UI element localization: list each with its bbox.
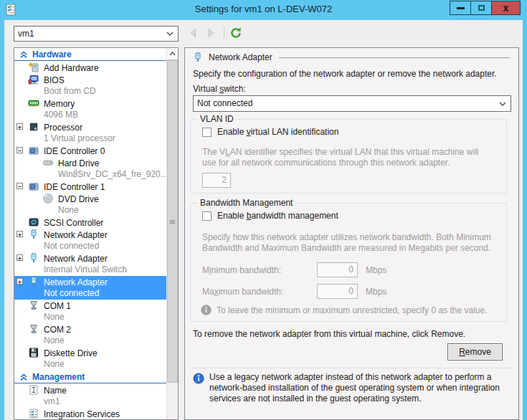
sidebar-item-sublabel: Not connected	[14, 288, 166, 300]
enable-bandwidth-checkbox[interactable]: Enable bandwidth management	[202, 211, 338, 221]
bandwidth-note: To leave the minimum or maximum unrestri…	[201, 305, 487, 315]
sidebar-item-ide-controller-1[interactable]: −IDE Controller 1	[14, 181, 166, 193]
expand-icon[interactable]: +	[16, 231, 23, 237]
minimum-bandwidth-label: Minimum bandwidth:	[202, 265, 281, 275]
sidebar-scrollbar[interactable]	[166, 48, 178, 419]
hardware-tree: HardwareAdd HardwareBIOSBoot from CDMemo…	[14, 48, 166, 419]
sidebar-item-name[interactable]: Name	[14, 384, 166, 396]
sidebar-item-network-adapter[interactable]: +Network Adapter	[14, 276, 166, 288]
sidebar-item-label: COM 1	[44, 301, 71, 311]
minimize-button[interactable]	[450, 1, 471, 15]
expand-icon[interactable]: +	[16, 278, 23, 285]
info-icon	[193, 373, 204, 384]
maximum-bandwidth-input: 0	[317, 284, 358, 299]
enable-vlan-checkbox[interactable]: Enable virtual LAN identification	[202, 127, 338, 137]
network-adapter-icon	[192, 52, 204, 63]
close-button[interactable]: x	[491, 1, 521, 15]
sidebar-item-label: DVD Drive	[58, 194, 99, 204]
dvd-drive-icon	[42, 193, 54, 204]
sidebar-item-scsi-controller[interactable]: SCSI Controller	[14, 216, 166, 229]
collapse-section-icon[interactable]	[19, 50, 28, 59]
sidebar-item-processor[interactable]: +Processor	[14, 121, 166, 133]
collapse-icon[interactable]: −	[16, 183, 23, 189]
section-label: Hardware	[32, 49, 72, 59]
refresh-button[interactable]	[229, 27, 242, 39]
sidebar-item-network-adapter[interactable]: +Network Adapter	[14, 229, 166, 241]
sidebar-item-label: Memory	[44, 99, 75, 109]
ide-controller-icon	[28, 181, 39, 192]
collapse-icon[interactable]: −	[16, 147, 23, 153]
toolbar-separator	[224, 27, 224, 39]
legacy-note-text: Use a legacy network adapter instead of …	[209, 372, 505, 404]
sidebar-item-label: Processor	[44, 123, 82, 133]
remove-hint: To remove the network adapter from this …	[193, 329, 465, 339]
expand-icon[interactable]: +	[16, 254, 23, 261]
network-adapter-icon	[28, 276, 39, 287]
info-icon	[201, 305, 212, 315]
sidebar-item-bios[interactable]: BIOS	[14, 74, 166, 86]
legacy-note: Use a legacy network adapter instead of …	[193, 372, 505, 404]
chevron-down-icon	[166, 32, 174, 36]
scrollbar-thumb[interactable]	[167, 60, 178, 383]
checkbox-icon[interactable]	[202, 128, 212, 137]
section-header-hardware[interactable]: Hardware	[14, 48, 166, 61]
sidebar-item-network-adapter[interactable]: +Network Adapter	[14, 252, 166, 264]
sidebar-item-sublabel: None	[14, 359, 166, 371]
scsi-controller-icon	[28, 216, 39, 228]
sidebar-item-memory[interactable]: Memory	[14, 97, 166, 110]
sidebar-item-sublabel: Not connected	[14, 241, 166, 252]
sidebar-item-label: Diskette Drive	[44, 348, 98, 358]
sidebar-item-com-2[interactable]: COM 2	[14, 323, 166, 335]
sidebar-item-hard-drive[interactable]: Hard Drive	[14, 157, 166, 169]
sidebar-item-ide-controller-0[interactable]: −IDE Controller 0	[14, 145, 166, 157]
maximize-icon	[478, 5, 485, 11]
sidebar-item-sublabel: None	[14, 205, 166, 216]
checkbox-icon[interactable]	[202, 211, 212, 221]
close-icon: x	[503, 3, 509, 13]
sidebar-item-sublabel: Boot from CD	[14, 86, 166, 97]
sidebar-item-label: Network Adapter	[44, 254, 108, 264]
toolbar: vm1	[4, 20, 523, 47]
sidebar-item-label: IDE Controller 1	[44, 182, 105, 192]
collapse-section-icon[interactable]	[19, 373, 28, 381]
sidebar-item-add-hardware[interactable]: Add Hardware	[14, 62, 166, 74]
sidebar-item-sublabel: 4096 MB	[14, 110, 166, 121]
minimum-bandwidth-input: 0	[317, 262, 358, 277]
enable-bandwidth-label: Enable bandwidth management	[217, 211, 338, 221]
com-port-icon	[28, 323, 39, 335]
network-adapter-panel: Network Adapter Specify the configuratio…	[184, 47, 519, 420]
sidebar-item-com-1[interactable]: COM 1	[14, 300, 166, 312]
name-icon	[28, 384, 39, 396]
virtual-switch-select[interactable]: Not connected	[193, 95, 511, 112]
add-hardware-icon	[28, 62, 39, 73]
sidebar-item-label: Integration Services	[44, 409, 120, 419]
scroll-up-button[interactable]	[167, 48, 178, 60]
sidebar-item-label: Name	[44, 386, 67, 396]
panel-intro: Specify the configuration of the network…	[193, 69, 497, 79]
titlebar[interactable]: Settings for vm1 on L-DEV-W072 x	[0, 0, 527, 20]
bandwidth-group: Bandwidth Management Enable bandwidth ma…	[190, 203, 507, 322]
sidebar-item-sublabel: vm1	[14, 396, 166, 408]
sidebar-item-integration-services[interactable]: Integration Services	[14, 408, 166, 419]
vlan-group-label: VLAN ID	[197, 114, 237, 124]
sidebar-item-diskette-drive[interactable]: Diskette Drive	[14, 347, 166, 359]
sidebar-item-sublabel: None	[14, 312, 166, 323]
scrollbar-grip-icon	[170, 219, 175, 224]
sidebar-item-label: SCSI Controller	[44, 218, 103, 228]
remove-button[interactable]: Remove	[447, 343, 503, 361]
sidebar: HardwareAdd HardwareBIOSBoot from CDMemo…	[14, 47, 179, 420]
settings-window: Settings for vm1 on L-DEV-W072 x vm1	[0, 0, 527, 420]
vm-selector[interactable]: vm1	[14, 26, 179, 42]
maximize-button[interactable]	[470, 1, 492, 15]
sidebar-item-label: COM 2	[44, 325, 71, 335]
virtual-switch-label: Virtual switch:	[193, 84, 246, 94]
bandwidth-description: Specify how this network adapter utilize…	[202, 232, 492, 254]
network-adapter-icon	[28, 229, 39, 240]
enable-vlan-label: Enable virtual LAN identification	[217, 127, 338, 137]
back-button[interactable]	[188, 27, 199, 39]
section-header-management[interactable]: Management	[14, 371, 166, 383]
header-rule	[279, 57, 510, 58]
expand-icon[interactable]: +	[16, 123, 23, 130]
forward-button[interactable]	[205, 27, 217, 39]
sidebar-item-dvd-drive[interactable]: DVD Drive	[14, 193, 166, 205]
